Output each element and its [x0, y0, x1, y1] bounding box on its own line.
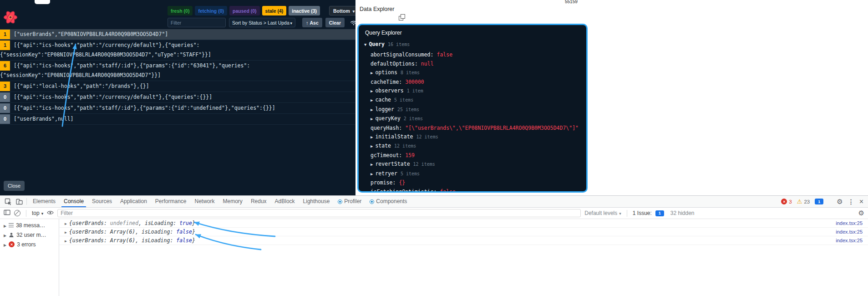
tree-row[interactable]: promise:{} [371, 179, 583, 187]
query-row[interactable]: 1[{"api":"ics-hooks","path":"/currency/d… [0, 40, 355, 61]
device-toolbar-icon[interactable] [14, 199, 25, 205]
query-toolbar: Sort by Status > Last Upda Asc Clear [168, 18, 359, 27]
devtools-tab[interactable]: Redux [247, 196, 271, 207]
tree-row[interactable]: ▶retryer5 items [371, 169, 583, 179]
devtools-tab[interactable]: Performance [151, 196, 191, 207]
sort-direction-button[interactable]: Asc [302, 18, 322, 27]
issues-badge-icon[interactable]: 1 [655, 210, 664, 216]
tree-value: false [440, 189, 456, 193]
tree-row[interactable]: defaultOptions:null [371, 60, 583, 68]
status-filter-chip[interactable]: stale (4) [262, 6, 287, 15]
query-key: [{"api":"ics-hooks","path":"/currency/de… [0, 42, 211, 58]
tree-key: cacheTime: [371, 79, 402, 85]
collapse-arrow-icon[interactable]: ▼ [364, 42, 366, 47]
expand-arrow-icon[interactable]: ▶ [371, 89, 373, 93]
expand-triangle-icon[interactable] [65, 229, 67, 235]
sidebar-item-all-messages[interactable]: 38 messa… [0, 220, 59, 230]
devtools-tab[interactable]: Lighthouse [299, 196, 334, 207]
query-row[interactable]: 3[{"api":"local-hooks","path":"/brands"}… [0, 81, 355, 92]
expand-arrow-icon[interactable]: ▶ [371, 71, 373, 75]
tree-root-row[interactable]: ▼Query16 items [364, 40, 583, 49]
devtools-tab[interactable]: Application [116, 196, 151, 207]
expand-arrow-icon[interactable]: ▶ [371, 135, 373, 139]
console-sidebar-toggle-icon[interactable] [4, 209, 10, 217]
issues-count-label[interactable]: 1 Issue: [633, 210, 652, 216]
javascript-context-select[interactable]: top [32, 210, 43, 216]
tree-row[interactable]: queryHash:"[\"userBrands\",\"EP08NIOVPB8… [371, 124, 583, 133]
source-location-link[interactable]: index.tsx:25 [836, 238, 863, 243]
devtools-tab[interactable]: Profiler [334, 196, 365, 207]
status-filter-chip[interactable]: paused (0) [229, 6, 260, 15]
tree-key: state [375, 143, 391, 149]
dock-position-select[interactable]: Bottom [329, 6, 359, 15]
query-row[interactable]: 0[{"api":"ics-hooks","path":"/currency/d… [0, 92, 355, 103]
tree-row[interactable]: abortSignalConsumed:false [371, 51, 583, 59]
status-filter-chip[interactable]: inactive (3) [289, 6, 320, 15]
tree-meta: 5 items [401, 171, 420, 176]
devtools-tab[interactable]: Elements [29, 196, 60, 207]
console-message-row[interactable]: {userBrands: undefined, isLoading: true}… [59, 219, 868, 228]
settings-gear-icon[interactable] [837, 198, 843, 206]
expand-triangle-icon[interactable] [4, 241, 6, 248]
expand-arrow-icon[interactable]: ▶ [371, 107, 373, 112]
query-row[interactable]: 1["userBrands","EP08NIOVPB8LRLA4RO0Q9B0M… [0, 29, 355, 40]
tree-row[interactable]: ▶observers1 item [371, 87, 583, 96]
expand-triangle-icon[interactable] [65, 237, 67, 244]
source-location-link[interactable]: index.tsx:25 [836, 220, 863, 226]
tree-row[interactable]: ▶revertState12 items [371, 160, 583, 169]
devtools-tab[interactable]: Console [60, 196, 88, 207]
error-indicator-icon[interactable] [781, 199, 787, 204]
issues-badge-icon[interactable]: 1 [815, 199, 823, 204]
console-settings-gear-icon[interactable] [858, 209, 864, 217]
tree-row[interactable]: gcTimeout:159 [371, 151, 583, 160]
tree-row[interactable]: ▶state12 items [371, 142, 583, 151]
query-row[interactable]: 0[{"api":"ics-hooks","path":"staff/:id"}… [0, 103, 355, 114]
clear-console-icon[interactable] [14, 210, 20, 216]
source-location-link[interactable]: index.tsx:25 [836, 229, 863, 235]
inspect-element-icon[interactable] [3, 198, 14, 205]
expand-arrow-icon[interactable]: ▶ [371, 144, 373, 148]
expand-arrow-icon[interactable]: ▶ [371, 162, 373, 167]
console-filter-input[interactable] [57, 209, 581, 217]
log-object-preview: {userBrands: Array(6), isLoading: false} [69, 237, 195, 244]
query-row[interactable]: 0["userBrands",null] [0, 114, 355, 125]
expand-triangle-icon[interactable] [4, 232, 6, 238]
status-filter-chip[interactable]: fresh (0) [168, 6, 193, 15]
sidebar-item-errors[interactable]: 3 errors [0, 240, 59, 249]
query-filter-input[interactable] [168, 18, 226, 27]
tree-row[interactable]: ▶queryKey2 items [371, 114, 583, 123]
clear-button[interactable]: Clear [325, 18, 345, 27]
status-filter-chip[interactable]: fetching (0) [195, 6, 227, 15]
expand-arrow-icon[interactable]: ▶ [371, 117, 373, 121]
warning-indicator-icon[interactable] [797, 198, 802, 205]
expand-triangle-icon[interactable] [65, 220, 67, 226]
sort-select[interactable]: Sort by Status > Last Upda [229, 18, 295, 27]
expand-arrow-icon[interactable]: ▶ [371, 98, 373, 102]
tree-row[interactable]: ▶cache5 items [371, 96, 583, 105]
sidebar-item-user-messages[interactable]: 32 user m… [0, 230, 59, 240]
log-levels-select[interactable]: Default levels [584, 210, 621, 216]
devtools-tab[interactable]: Network [191, 196, 219, 207]
console-message-row[interactable]: {userBrands: Array(6), isLoading: false}… [59, 228, 868, 236]
tree-row[interactable]: ▶options8 items [371, 68, 583, 77]
tree-row[interactable]: cacheTime:300000 [371, 78, 583, 87]
devtools-tab[interactable]: Memory [219, 196, 247, 207]
console-message-row[interactable]: {userBrands: Array(6), isLoading: false}… [59, 236, 868, 245]
devtools-tab[interactable]: Components [365, 196, 411, 207]
tree-meta: 5 items [394, 97, 413, 102]
tree-row[interactable]: ▶initialState12 items [371, 133, 583, 142]
devtools-tab[interactable]: Sources [88, 196, 116, 207]
devtools-tabs: Elements Console Sources Application Per… [29, 196, 411, 207]
query-row[interactable]: 6[{"api":"ics-hooks","path":"staff/:id"}… [0, 61, 355, 81]
close-devtools-button[interactable]: Close [4, 181, 25, 191]
devtools-tab[interactable]: AdBlock [271, 196, 299, 207]
close-devtools-icon[interactable] [859, 198, 863, 206]
copy-icon[interactable] [399, 16, 403, 20]
tree-row[interactable]: isFetchingOptimistic:false [371, 188, 583, 193]
tab-label: Sources [92, 196, 112, 207]
expand-arrow-icon[interactable]: ▶ [371, 172, 373, 176]
expand-triangle-icon[interactable] [4, 222, 6, 229]
more-options-icon[interactable] [848, 198, 854, 205]
live-expression-eye-icon[interactable] [47, 210, 54, 217]
tree-row[interactable]: ▶logger25 items [371, 105, 583, 114]
